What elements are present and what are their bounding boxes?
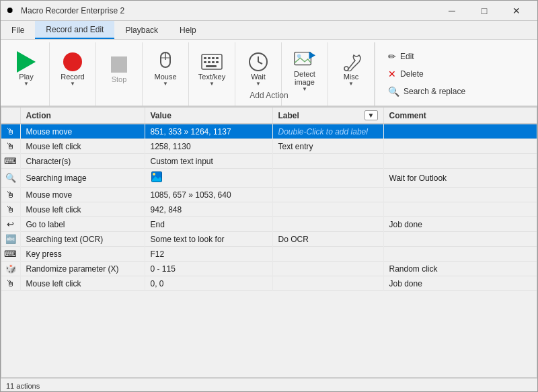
misc-icon <box>340 51 362 73</box>
svg-rect-10 <box>212 61 215 63</box>
play-button[interactable]: Play ▼ <box>7 45 45 92</box>
misc-svg-icon <box>340 52 362 71</box>
table-row[interactable]: 🔍Searching imageWait for Outlook <box>1 169 537 188</box>
row-action-cell: Mouse left click <box>20 276 145 291</box>
row-action-cell: Searching image <box>20 169 145 188</box>
keyboard-icon <box>201 51 223 73</box>
row-value-cell: 1258, 1130 <box>145 139 272 154</box>
minimize-button[interactable]: ─ <box>436 1 467 21</box>
row-icon-cell: 🖱 <box>1 124 20 139</box>
svg-rect-5 <box>208 57 210 59</box>
row-value-cell: 942, 848 <box>145 202 272 217</box>
image-detect-svg-icon <box>294 50 315 69</box>
table-row[interactable]: 🖱Mouse move1085, 657 » 1053, 640 <box>1 188 537 202</box>
delete-icon: ✕ <box>388 69 396 79</box>
row-value-cell: 0, 0 <box>145 276 272 291</box>
row-action-cell: Key press <box>20 247 145 262</box>
row-value-cell: Custom text input <box>145 154 272 169</box>
maximize-button[interactable]: □ <box>469 1 500 21</box>
table-row[interactable]: 🖱Mouse left click942, 848 <box>1 202 537 217</box>
row-comment-cell: Job done <box>383 276 537 291</box>
col-header-label[interactable]: Label ▼ <box>272 108 383 124</box>
detect-image-button[interactable]: Detect image ▼ <box>286 45 323 95</box>
clock-svg-icon <box>248 52 268 72</box>
col-header-icon <box>1 108 20 124</box>
row-action-cell: Character(s) <box>20 154 145 169</box>
menu-file[interactable]: File <box>1 21 35 39</box>
table-row[interactable]: 🎲Randomize parameter (X)0 - 115Random cl… <box>1 262 537 276</box>
table-row[interactable]: 🖱Mouse left click0, 0Job done <box>1 276 537 291</box>
row-action-cell: Mouse left click <box>20 202 145 217</box>
table-row[interactable]: ⌨Character(s)Custom text input <box>1 154 537 169</box>
content-area: Action Value Label ▼ Comment 🖱Mouse move… <box>1 107 537 378</box>
clock-icon <box>247 51 269 73</box>
row-label-cell: Text entry <box>272 139 383 154</box>
window-title: Macro Recorder Enterprise 2 <box>21 6 436 15</box>
keyboard-svg-icon <box>201 54 223 70</box>
table-body: 🖱Mouse move851, 353 » 1264, 1137Double-C… <box>1 124 537 291</box>
col-header-comment: Comment <box>383 108 537 124</box>
toolbar: Play ▼ Record ▼ Stop <box>1 40 537 107</box>
stop-square-icon <box>111 56 127 73</box>
row-action-cell: Go to label <box>20 217 145 232</box>
row-label-cell <box>272 154 383 169</box>
table-row[interactable]: 🔤Searching text (OCR)Some text to look f… <box>1 232 537 247</box>
wait-button[interactable]: Wait ▼ <box>239 45 277 92</box>
row-value-cell: 0 - 115 <box>145 262 272 276</box>
record-button[interactable]: Record ▼ <box>54 45 91 92</box>
table-header-row: Action Value Label ▼ Comment <box>1 108 537 124</box>
row-value-cell: 851, 353 » 1264, 1137 <box>145 124 272 139</box>
menu-bar: File Record and Edit Playback Help <box>1 21 537 40</box>
row-comment-cell: Random click <box>383 262 537 276</box>
textkey-button[interactable]: Text/key ▼ <box>193 45 231 92</box>
row-label-cell <box>272 202 383 217</box>
actions-table: Action Value Label ▼ Comment 🖱Mouse move… <box>1 108 537 291</box>
play-triangle-icon <box>17 51 36 73</box>
row-comment-cell <box>383 154 537 169</box>
table-row[interactable]: ⌨Key pressF12 <box>1 247 537 262</box>
row-action-cell: Randomize parameter (X) <box>20 262 145 276</box>
row-label-cell <box>272 188 383 202</box>
row-comment-cell <box>383 232 537 247</box>
row-value-cell: F12 <box>145 247 272 262</box>
svg-rect-7 <box>216 57 219 59</box>
title-bar: ⏺ Macro Recorder Enterprise 2 ─ □ ✕ <box>1 1 537 21</box>
table-row[interactable]: 🖱Mouse left click1258, 1130Text entry <box>1 139 537 154</box>
row-icon-cell: 🖱 <box>1 276 20 291</box>
row-comment-cell <box>383 124 537 139</box>
svg-rect-12 <box>206 65 217 67</box>
row-value-cell: End <box>145 217 272 232</box>
row-icon-cell: ↩ <box>1 217 20 232</box>
status-bar: 11 actions <box>1 378 537 392</box>
row-icon-cell: 🖱 <box>1 202 20 217</box>
svg-marker-18 <box>309 52 315 59</box>
actions-table-container[interactable]: Action Value Label ▼ Comment 🖱Mouse move… <box>1 107 537 378</box>
record-circle-icon <box>63 52 82 71</box>
delete-button[interactable]: ✕ Delete <box>383 67 470 81</box>
menu-help[interactable]: Help <box>169 21 207 39</box>
row-action-cell: Mouse move <box>20 124 145 139</box>
edit-button[interactable]: ✏ Edit <box>383 49 470 64</box>
label-dropdown-button[interactable]: ▼ <box>364 110 378 120</box>
window-controls: ─ □ ✕ <box>436 1 532 21</box>
svg-rect-8 <box>204 61 206 63</box>
table-row[interactable]: 🖱Mouse move851, 353 » 1264, 1137Double-C… <box>1 124 537 139</box>
row-icon-cell: 🖱 <box>1 139 20 154</box>
mouse-button[interactable]: Mouse ▼ <box>147 45 184 92</box>
svg-rect-16 <box>295 52 311 65</box>
menu-record-edit[interactable]: Record and Edit <box>35 21 114 39</box>
table-row[interactable]: ↩Go to labelEndJob done <box>1 217 537 232</box>
status-text: 11 actions <box>6 382 40 390</box>
row-comment-cell <box>383 139 537 154</box>
col-header-value: Value <box>145 108 272 124</box>
svg-rect-11 <box>216 61 219 63</box>
svg-rect-6 <box>212 57 215 59</box>
stop-button[interactable]: Stop <box>100 45 138 92</box>
close-button[interactable]: ✕ <box>501 1 532 21</box>
row-icon-cell: ⌨ <box>1 247 20 262</box>
mouse-svg-icon <box>156 51 175 73</box>
misc-button[interactable]: Misc ▼ <box>332 45 370 92</box>
row-label-cell <box>272 262 383 276</box>
menu-playback[interactable]: Playback <box>114 21 169 39</box>
add-action-button[interactable]: Add Action <box>244 89 293 102</box>
